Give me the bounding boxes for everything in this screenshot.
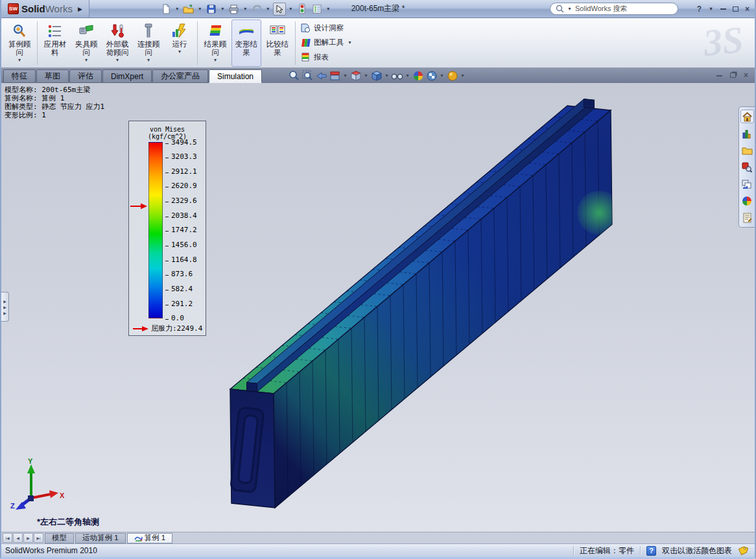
fixtures-advisor-button[interactable]: 夹具顾问 ▾ [71,19,101,67]
display-style-button[interactable] [370,69,383,82]
section-view-button[interactable] [329,69,341,82]
tab-sketch[interactable]: 草图 [36,69,69,83]
search-scope-dropdown-icon[interactable]: ▾ [567,6,573,12]
open-dropdown-icon[interactable]: ▾ [197,6,203,12]
report-button[interactable]: 报表 [300,51,353,63]
separator [295,21,296,65]
view-settings-dropdown-icon[interactable]: ▾ [460,73,466,78]
tab-features[interactable]: 特征 [3,69,36,83]
external-loads-advisor-button[interactable]: 外部载荷顾问 ▾ [102,19,132,67]
display-style-dropdown-icon[interactable]: ▾ [384,73,390,78]
zoom-to-fit-button[interactable] [288,69,300,82]
help-dropdown-icon[interactable]: ▾ [708,6,714,12]
view-palette-icon[interactable] [740,177,754,191]
compare-results-button[interactable]: 比较结果 [263,19,292,67]
dropdown-icon[interactable]: ▾ [85,57,88,62]
zoom-to-area-button[interactable] [301,69,314,82]
tab-dimxpert[interactable]: DimXpert [102,69,152,83]
undo-button[interactable] [250,3,263,16]
select-tool-button[interactable] [273,3,286,16]
hide-show-dropdown-icon[interactable]: ▾ [405,73,410,78]
plot-type-line: 图解类型: 静态 节应力 应力1 [5,102,104,111]
search-tab-icon[interactable] [740,160,754,174]
deformed-result-button[interactable]: 变形结果 [231,19,261,67]
separator [197,21,198,65]
print-button[interactable] [228,3,241,16]
options-list-button[interactable] [311,3,324,16]
dropdown-icon[interactable]: ▾ [116,57,119,62]
previous-view-button[interactable] [315,69,327,82]
maximize-button[interactable] [733,6,738,12]
study-advisor-button[interactable]: 算例顾问 ▾ [5,19,34,67]
legend-tick-labels: 3494.5 3203.3 2912.1 2620.9 2329.6 2038.… [165,138,197,322]
run-button[interactable]: 运行 ▾ [165,19,195,67]
dropdown-icon[interactable]: ▾ [147,57,150,62]
product-name: SolidWorks Premium 2010 [1,546,97,555]
help-button[interactable]: ? [697,5,702,14]
hide-show-items-button[interactable] [391,69,403,82]
doc-minimize-button[interactable] [716,75,722,77]
graphics-viewport[interactable]: 模型名称: 200t-65m主梁 算例名称: 算例 1 图解类型: 静态 节应力… [1,83,755,532]
file-explorer-icon[interactable] [740,143,754,157]
section-view-dropdown-icon[interactable]: ▾ [342,73,348,78]
next-tab-button[interactable]: ▶ [23,533,33,543]
status-help-icon[interactable]: ? [646,546,656,556]
view-orientation-button[interactable] [349,69,362,82]
results-advisor-button[interactable]: 结果顾问 ▾ [200,19,230,67]
task-pane-tabs [738,106,755,228]
solidworks-resources-home-icon[interactable] [740,110,754,123]
save-dropdown-icon[interactable]: ▾ [220,6,226,12]
design-library-icon[interactable] [740,126,754,140]
appearances-scenes-icon[interactable] [740,194,754,208]
motion-study-tab[interactable]: 运动算例 1 [75,533,126,543]
new-dropdown-icon[interactable]: ▾ [174,6,180,12]
custom-properties-icon[interactable] [740,211,754,224]
ribbon-side-column: 设计洞察 图解工具 ▾ 报表 [298,19,353,67]
apply-scene-button[interactable] [425,69,438,82]
open-button[interactable] [182,3,195,16]
apply-material-button[interactable]: 应用材料 [40,19,70,67]
print-dropdown-icon[interactable]: ▾ [242,6,248,12]
close-button[interactable]: × [745,5,750,14]
stress-color-legend[interactable]: von Mises (kgf/cm^2) 3494.5 3203.3 2912.… [128,121,206,336]
model-tab[interactable]: 模型 [45,533,74,543]
design-insight-icon [300,23,311,33]
first-tab-button[interactable]: |◀ [3,533,12,543]
connections-advisor-button[interactable]: 连接顾问 ▾ [134,19,163,67]
doc-restore-button[interactable] [730,73,736,78]
search-icon [556,5,564,13]
select-dropdown-icon[interactable]: ▾ [288,6,294,12]
beam-model[interactable] [1,83,755,532]
last-tab-button[interactable]: ▶| [34,533,43,543]
undo-dropdown-icon[interactable]: ▾ [265,6,271,12]
menu-flyout-icon[interactable]: ▶ [78,6,82,12]
search-box[interactable]: ▾ SolidWorks 搜索 [550,3,678,15]
minimize-button[interactable] [720,8,726,10]
view-orientation-dropdown-icon[interactable]: ▾ [363,73,369,78]
new-document-button[interactable] [159,3,172,16]
edit-appearance-button[interactable] [412,69,424,82]
tab-office-products[interactable]: 办公室产品 [152,69,208,83]
dropdown-icon[interactable]: ▾ [178,49,181,54]
app-logo[interactable]: SW SolidWorks ▶ [1,0,89,18]
dropdown-icon[interactable]: ▾ [347,40,353,45]
rebuild-traffic-light-icon[interactable] [296,3,309,16]
feature-manager-collapsed-handle[interactable]: ▶ ▶ ▶ [1,292,9,322]
tab-evaluate[interactable]: 评估 [69,69,102,83]
x-axis-arrow [49,490,58,498]
plot-tools-button[interactable]: 图解工具 ▾ [300,37,353,49]
simulation-study-tab[interactable]: 算例 1 [127,533,173,543]
view-settings-button[interactable] [446,69,458,82]
dropdown-icon[interactable]: ▾ [214,57,217,62]
tag-icon[interactable] [738,546,748,555]
options-dropdown-icon[interactable]: ▾ [325,6,331,12]
doc-close-button[interactable]: × [744,71,748,80]
tab-simulation[interactable]: Simulation [209,69,262,83]
dropdown-icon[interactable]: ▾ [18,57,21,62]
x-axis-label: X [60,492,65,499]
design-insight-button[interactable]: 设计洞察 [300,22,353,34]
standard-toolbar: ▾ ▾ ▾ ▾ ▾ ▾ ▾ [159,3,331,16]
save-button[interactable] [205,3,218,16]
prev-tab-button[interactable]: ◀ [13,533,23,543]
apply-scene-dropdown-icon[interactable]: ▾ [439,73,445,78]
